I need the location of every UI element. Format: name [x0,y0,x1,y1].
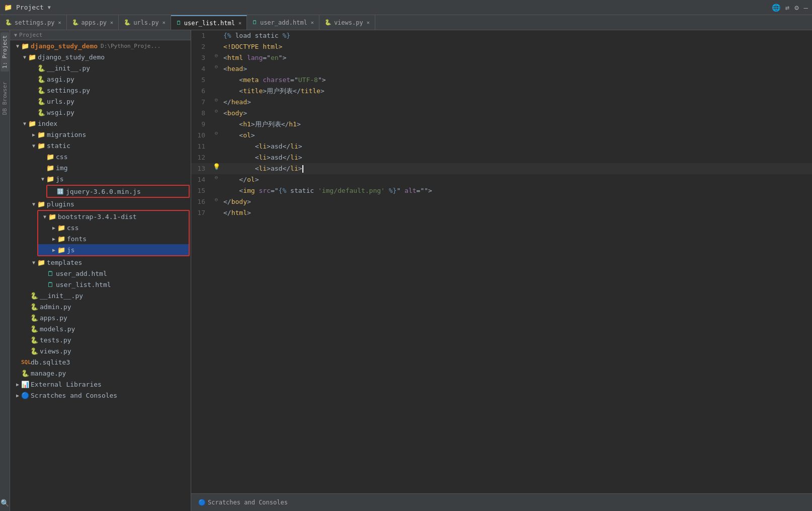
label-db: db.sqlite3 [31,358,70,366]
project-tree[interactable]: ▼ 📁 django_study_demo D:\Python_Proje...… [10,40,191,511]
tree-item-wsgi[interactable]: 🐍 wsgi.py [10,107,191,118]
split-icon[interactable]: ⇄ [785,4,789,12]
tree-item-user-list[interactable]: 🗒 user_list.html [10,279,191,290]
tab-close-user-list[interactable]: ✕ [238,20,241,26]
line-content-11: <li>asd</li> [221,141,812,152]
fold-icon-14[interactable]: ⊖ [215,174,218,181]
code-line-17: 17 </html> [191,207,812,218]
tree-root[interactable]: ▼ 📁 django_study_demo D:\Python_Proje... [10,40,191,51]
tree-item-manage[interactable]: 🐍 manage.py [10,368,191,379]
tab-icon-urls: 🐍 [124,19,131,26]
tab-views[interactable]: 🐍 views.py ✕ [319,15,375,30]
fold-icon-4[interactable]: ⊖ [215,63,218,70]
icon-js: 📁 [46,175,54,183]
tree-item-scratches[interactable]: ▶ 🔵 Scratches and Consoles [10,390,191,401]
tab-close-settings[interactable]: ✕ [58,20,61,25]
bulb-icon[interactable]: 💡 [213,163,220,170]
root-path: D:\Python_Proje... [101,43,160,49]
fold-icon-7[interactable]: ⊖ [215,97,218,103]
fold-icon-10[interactable]: ⊖ [215,130,218,136]
tree-item-tests[interactable]: 🐍 tests.py [10,334,191,345]
icon-bootstrap: 📁 [48,213,56,221]
tree-item-user-add[interactable]: 🗒 user_add.html [10,268,191,279]
label-wsgi: wsgi.py [47,109,74,116]
tree-item-plugins[interactable]: ▼ 📁 plugins [10,198,191,209]
line-content-14: </ol> [221,174,812,185]
tree-item-bs-fonts[interactable]: ▶ 📁 fonts [38,233,189,244]
arrow-bs-fonts: ▶ [50,236,57,242]
code-editor[interactable]: 1 {% load static %} 2 <!DOCTYPE html> 3 … [191,30,812,493]
db-browser-strip-label[interactable]: DB Browser [1,80,9,117]
label-user-list: user_list.html [56,281,111,288]
code-line-3: 3 ⊖ <html lang="en"> [191,52,812,63]
tree-item-db[interactable]: SQL db.sqlite3 [10,356,191,368]
root-arrow: ▼ [14,43,21,49]
tab-close-views[interactable]: ✕ [367,20,370,25]
tree-item-index[interactable]: ▼ 📁 index [10,118,191,129]
line-content-9: <h1>用户列表</h1> [221,119,812,130]
label-plugins: plugins [47,200,74,208]
tab-close-urls[interactable]: ✕ [163,20,166,25]
fold-icon-8[interactable]: ⊖ [215,108,218,114]
tree-item-urls[interactable]: 🐍 urls.py [10,96,191,107]
tree-item-models[interactable]: 🐍 models.py [10,323,191,334]
tree-item-bootstrap[interactable]: ▼ 📁 bootstrap-3.4.1-dist [38,211,189,222]
icon-init: 🐍 [37,64,45,72]
fold-icon-16[interactable]: ⊖ [215,196,218,203]
tree-item-views[interactable]: 🐍 views.py [10,345,191,356]
label-migrations: migrations [47,131,86,138]
project-icon: 📁 [4,4,12,11]
tree-item-migrations[interactable]: ▶ 📁 migrations [10,129,191,140]
fold-icon-3[interactable]: ⊖ [215,52,218,59]
tree-item-init[interactable]: 🐍 __init__.py [10,62,191,74]
dropdown-arrow[interactable]: ▼ [48,5,51,10]
tree-item-static[interactable]: ▼ 📁 static [10,140,191,151]
line-content-1: {% load static %} [221,30,812,41]
line-num-17: 17 [191,207,211,218]
tree-item-apps[interactable]: 🐍 apps.py [10,312,191,323]
tree-item-ext-libs[interactable]: ▶ 📊 External Libraries [10,379,191,390]
tab-close-user-add[interactable]: ✕ [311,20,314,25]
gutter-14: ⊖ [211,174,221,181]
tree-item-css[interactable]: 📁 css [10,151,191,162]
search-icon[interactable]: 🔍 [1,499,9,507]
gutter-7: ⊖ [211,97,221,103]
tree-item-settings[interactable]: 🐍 settings.py [10,85,191,96]
label-css: css [56,153,67,161]
globe-icon[interactable]: 🌐 [772,4,780,12]
tree-item-bs-css[interactable]: ▶ 📁 css [38,222,189,233]
tab-close-apps[interactable]: ✕ [110,20,113,25]
arrow-templates: ▼ [30,260,37,265]
tree-item-django-folder[interactable]: ▼ 📁 django_study_demo [10,51,191,62]
line-num-15: 15 [191,185,211,196]
tab-settings[interactable]: 🐍 settings.py ✕ [0,15,67,30]
line-num-13: 13 [191,163,211,174]
line-content-17: </html> [221,207,812,218]
tree-item-asgi[interactable]: 🐍 asgi.py [10,74,191,85]
tree-item-img[interactable]: 📁 img [10,162,191,173]
bottom-panel: 🔵 Scratches and Consoles [191,493,812,511]
tree-item-bs-js[interactable]: ▶ 📁 js [38,244,189,255]
minimize-icon[interactable]: — [804,4,808,12]
gutter-4: ⊖ [211,63,221,70]
scratches-panel-item[interactable]: 🔵 Scratches and Consoles [195,498,291,507]
tab-icon-settings: 🐍 [5,19,12,26]
tree-item-js[interactable]: ▼ 📁 js [10,173,191,184]
line-num-4: 4 [191,63,211,75]
tree-item-jquery[interactable]: 🔢 jquery-3.6.0.min.js [47,186,189,197]
left-sidebar-strip: 1: Project DB Browser 🔍 [0,30,10,511]
project-title[interactable]: Project [16,4,44,11]
project-strip-label[interactable]: 1: Project [1,32,9,71]
label-bs-fonts: fonts [67,235,87,243]
line-num-1: 1 [191,30,211,41]
tree-item-init2[interactable]: 🐍 __init__.py [10,290,191,301]
settings-icon[interactable]: ⚙ [794,4,798,12]
tab-user-list[interactable]: 🗒 user_list.html ✕ [171,15,247,30]
tab-user-add[interactable]: 🗒 user_add.html ✕ [247,15,319,30]
code-line-8: 8 ⊖ <body> [191,108,812,119]
tab-urls[interactable]: 🐍 urls.py ✕ [119,15,171,30]
icon-index: 📁 [28,120,36,127]
tree-item-admin[interactable]: 🐍 admin.py [10,301,191,312]
tree-item-templates[interactable]: ▼ 📁 templates [10,257,191,268]
tab-apps[interactable]: 🐍 apps.py ✕ [67,15,119,30]
